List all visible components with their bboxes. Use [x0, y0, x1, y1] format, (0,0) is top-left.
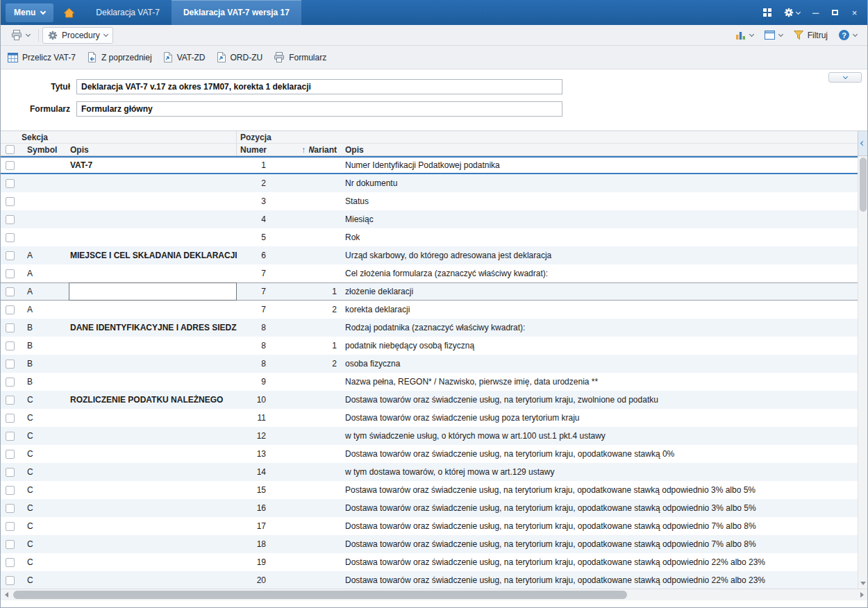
horizontal-scrollbar-thumb[interactable] — [13, 591, 627, 599]
table-row[interactable]: CROZLICZENIE PODATKU NALEŻNEGO10Dostawa … — [1, 391, 858, 409]
scroll-down-button[interactable] — [858, 579, 867, 588]
vertical-scrollbar-thumb[interactable] — [860, 158, 867, 212]
vertical-scrollbar[interactable] — [858, 156, 867, 589]
row-checkbox[interactable] — [6, 432, 15, 441]
collapse-panel-up-button[interactable] — [828, 72, 862, 83]
tab-deklaracja-vat-7[interactable]: Deklaracja VAT-7 — [84, 0, 172, 25]
table-row[interactable]: 2Nr dokumentu — [1, 174, 858, 192]
vat-zd-button[interactable]: VAT-ZD — [163, 52, 206, 62]
row-checkbox[interactable] — [6, 269, 15, 278]
z-poprzedniej-button[interactable]: Z poprzedniej — [87, 52, 152, 62]
table-row[interactable]: A71złożenie deklaracji — [1, 282, 858, 301]
sort-ascending-icon: ↑ — [301, 146, 306, 154]
table-row[interactable]: C14w tym dostawa towarów, o której mowa … — [1, 463, 858, 481]
row-checkbox[interactable] — [6, 197, 15, 206]
title-input[interactable] — [76, 79, 562, 94]
cell-wariant — [309, 210, 341, 228]
print-button[interactable] — [6, 27, 35, 44]
maximize-button[interactable] — [826, 4, 844, 22]
table-row[interactable]: A7Cel złożenia formularza (zaznaczyć wła… — [1, 264, 858, 282]
row-checkbox[interactable] — [6, 396, 15, 405]
scroll-right-button[interactable] — [856, 589, 867, 600]
row-checkbox[interactable] — [6, 251, 15, 260]
column-header-numer[interactable]: Numer — [237, 144, 298, 155]
row-checkbox[interactable] — [6, 233, 15, 242]
table-row[interactable]: B9Nazwa pełna, REGON* / Nazwisko, pierws… — [1, 373, 858, 391]
table-row[interactable]: C16Dostawa towarów oraz świadczenie usłu… — [1, 499, 858, 517]
apps-grid-button[interactable] — [758, 3, 777, 22]
row-checkbox[interactable] — [6, 486, 15, 495]
scroll-left-button[interactable] — [1, 589, 12, 600]
horizontal-scrollbar[interactable] — [1, 589, 867, 600]
row-checkbox[interactable] — [6, 323, 15, 332]
home-button[interactable] — [56, 3, 81, 22]
row-checkbox[interactable] — [6, 305, 15, 314]
row-checkbox-cell — [1, 192, 22, 210]
column-header-symbol[interactable]: Symbol — [22, 144, 69, 155]
row-checkbox[interactable] — [6, 576, 15, 585]
table-row[interactable]: B81podatnik niebędący osobą fizyczną — [1, 337, 858, 355]
filter-button[interactable]: Filtruj — [789, 27, 833, 44]
table-row[interactable]: BDANE IDENTYFIKACYJNE I ADRES SIEDZIBY*8… — [1, 319, 858, 337]
table-row[interactable]: 5Rok — [1, 228, 858, 246]
ord-zu-button[interactable]: ORD-ZU — [217, 52, 263, 62]
select-all-checkbox[interactable] — [6, 145, 15, 154]
tab-deklaracja-vat-7-wersja-17[interactable]: Deklaracja VAT-7 wersja 17 — [172, 0, 301, 25]
row-checkbox[interactable] — [6, 341, 15, 351]
table-row[interactable]: VAT-71Numer Identyfikacji Podatkowej pod… — [1, 156, 858, 174]
cell-numer: 1 — [237, 156, 298, 174]
row-checkbox[interactable] — [6, 287, 15, 296]
table-row[interactable]: B82osoba fizyczna — [1, 355, 858, 373]
formularz-button[interactable]: Formularz — [274, 52, 326, 62]
row-checkbox[interactable] — [6, 540, 15, 549]
row-checkbox[interactable] — [6, 161, 15, 170]
table-row[interactable]: C11Dostawa towarów oraz świadczenie usłu… — [1, 409, 858, 427]
row-checkbox[interactable] — [6, 215, 15, 224]
table-row[interactable]: C15Postawa towarów oraz świadczenie usłu… — [1, 481, 858, 499]
table-row[interactable]: C20Dostawa towarów oraz świadczenie usłu… — [1, 571, 858, 589]
row-checkbox[interactable] — [6, 558, 15, 567]
menu-button[interactable]: Menu — [6, 3, 53, 22]
tab-label: Deklaracja VAT-7 wersja 17 — [183, 8, 290, 17]
przelicz-vat7-button[interactable]: Przelicz VAT-7 — [8, 53, 76, 62]
table-row[interactable]: AMIEJSCE I CEL SKŁADANIA DEKLARACJI6Urzą… — [1, 246, 858, 264]
row-checkbox[interactable] — [6, 504, 15, 513]
cell-sort-spacer — [298, 391, 309, 409]
close-button[interactable]: × — [846, 4, 863, 22]
row-checkbox[interactable] — [6, 450, 15, 459]
table-row[interactable]: 4Miesiąc — [1, 210, 858, 228]
table-row[interactable]: A72korekta deklaracji — [1, 301, 858, 319]
table-row[interactable]: C17Dostawa towarów oraz świadczenie usłu… — [1, 517, 858, 535]
table-row[interactable]: 3Status — [1, 192, 858, 210]
settings-gear-button[interactable] — [779, 3, 805, 22]
table-row[interactable]: C13Dostawa towarów oraz świadczenie usłu… — [1, 445, 858, 463]
help-button[interactable]: ? — [834, 27, 862, 44]
row-checkbox[interactable] — [6, 468, 15, 477]
form-input[interactable] — [76, 101, 562, 117]
row-checkbox[interactable] — [6, 378, 15, 387]
column-header-opis2[interactable]: Opis — [341, 144, 867, 155]
layout-button[interactable] — [760, 27, 787, 44]
cell-symbol: C — [22, 391, 69, 409]
procedures-button[interactable]: Procedury — [42, 27, 113, 44]
column-header-sort[interactable]: ↑ — [298, 144, 309, 155]
cell-symbol: B — [22, 319, 69, 337]
table-row[interactable]: C18Dostawa towarów oraz świadczenie usłu… — [1, 535, 858, 553]
table-row[interactable]: C19Dostawa towarów oraz świadczenie usłu… — [1, 553, 858, 571]
chart-button[interactable] — [731, 27, 758, 44]
triangle-down-icon — [860, 582, 866, 585]
row-checkbox[interactable] — [6, 360, 15, 369]
positions-grid: Sekcja Pozycja Symbol Opis Numer ↑ Waria… — [1, 130, 867, 589]
action-label: Przelicz VAT-7 — [22, 53, 76, 62]
minimize-button[interactable]: ─ — [807, 4, 824, 22]
cell-wariant: 2 — [309, 301, 341, 319]
row-checkbox[interactable] — [6, 522, 15, 531]
cell-wariant: 1 — [309, 337, 341, 355]
row-checkbox[interactable] — [6, 414, 15, 423]
collapse-right-panel-button[interactable] — [858, 131, 867, 155]
row-checkbox[interactable] — [6, 179, 15, 188]
column-header-opis[interactable]: Opis — [69, 144, 237, 155]
column-header-wariant[interactable]: Wariant — [309, 144, 341, 155]
cell-numer: 7 — [237, 282, 298, 301]
table-row[interactable]: C12w tym świadczenie usług, o których mo… — [1, 427, 858, 445]
